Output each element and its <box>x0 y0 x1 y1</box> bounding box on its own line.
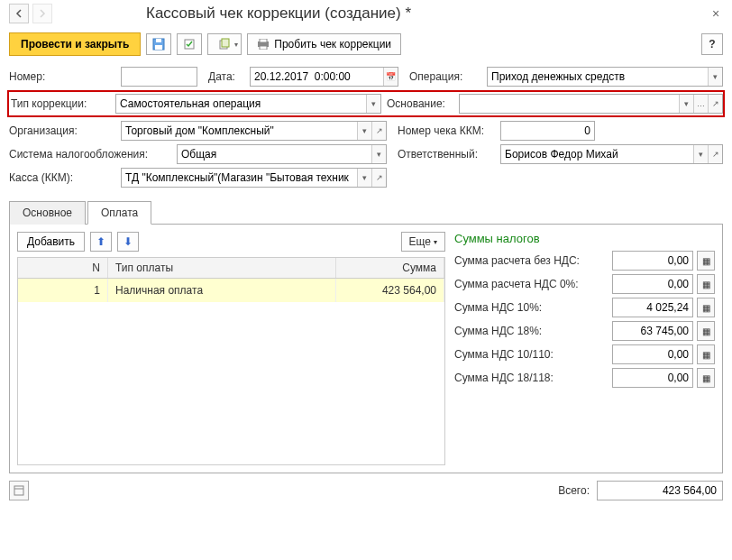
open-icon[interactable]: ↗ <box>371 122 386 140</box>
calculator-icon[interactable]: ▦ <box>697 251 715 271</box>
table-row[interactable]: 1 Наличная оплата 423 564,00 <box>18 279 444 302</box>
add-row-button[interactable]: Добавить <box>17 232 85 252</box>
basis-input[interactable] <box>460 97 679 110</box>
calculator-icon[interactable]: ▦ <box>697 298 715 317</box>
open-icon[interactable]: ↗ <box>708 145 722 163</box>
chevron-down-icon[interactable]: ▾ <box>679 95 693 113</box>
footer-button[interactable] <box>9 481 29 500</box>
chevron-down-icon[interactable]: ▾ <box>708 68 722 86</box>
tax-vat18-input[interactable] <box>612 321 693 341</box>
save-button[interactable] <box>146 33 171 55</box>
tax-vat10-110-input[interactable] <box>612 344 693 364</box>
nav-back-button[interactable] <box>9 4 29 23</box>
tax-vat10-110-label: Сумма НДС 10/110: <box>454 348 608 361</box>
move-up-button[interactable]: ⬆ <box>90 232 112 252</box>
correction-type-input[interactable] <box>116 97 366 110</box>
svg-rect-2 <box>155 45 162 50</box>
chevron-down-icon[interactable]: ▾ <box>371 145 386 163</box>
cell-type: Наличная оплата <box>108 279 336 302</box>
kkm-num-label: Номер чека ККМ: <box>398 124 495 137</box>
tax-vat18-label: Сумма НДС 18%: <box>454 325 608 337</box>
tax-no-vat-input[interactable] <box>612 251 693 271</box>
svg-rect-7 <box>260 39 267 42</box>
number-input[interactable] <box>121 67 197 87</box>
ellipsis-icon[interactable]: … <box>693 95 708 113</box>
correction-type-label: Тип коррекции: <box>9 97 115 110</box>
org-input[interactable] <box>122 124 357 137</box>
col-type[interactable]: Тип оплаты <box>108 258 336 278</box>
kassa-select[interactable]: ▾ ↗ <box>121 168 387 188</box>
tax-vat18-118-input[interactable] <box>612 368 693 388</box>
svg-rect-1 <box>156 39 161 42</box>
chevron-down-icon[interactable]: ▾ <box>366 95 380 113</box>
tax-system-select[interactable]: ▾ <box>177 144 387 164</box>
operation-label: Операция: <box>409 70 481 83</box>
basis-select[interactable]: ▾ … ↗ <box>459 94 723 114</box>
grid-empty-area[interactable] <box>18 302 444 464</box>
tax-section-title: Суммы налогов <box>454 232 715 245</box>
svg-rect-5 <box>222 39 229 47</box>
nav-forward-button <box>32 4 52 23</box>
org-select[interactable]: ▾ ↗ <box>121 121 387 141</box>
operation-select[interactable]: ▾ <box>487 67 723 87</box>
chevron-down-icon[interactable]: ▾ <box>357 122 371 140</box>
responsible-label: Ответственный: <box>398 148 495 161</box>
tax-system-input[interactable] <box>178 148 371 161</box>
kassa-input[interactable] <box>122 171 357 184</box>
more-button[interactable]: Еще▾ <box>401 232 445 252</box>
payment-grid: N Тип оплаты Сумма 1 Наличная оплата 423… <box>17 257 445 465</box>
total-label: Всего: <box>558 484 590 497</box>
tax-vat0-label: Сумма расчета НДС 0%: <box>454 278 608 290</box>
total-input <box>597 481 723 500</box>
post-and-close-button[interactable]: Провести и закрыть <box>9 32 141 56</box>
calculator-icon[interactable]: ▦ <box>697 368 715 388</box>
number-label: Номер: <box>9 70 115 83</box>
create-based-on-button[interactable] <box>207 33 242 55</box>
tax-vat0-input[interactable] <box>612 274 693 294</box>
tax-vat10-input[interactable] <box>612 298 693 317</box>
post-button[interactable] <box>177 33 202 55</box>
correction-type-select[interactable]: ▾ <box>115 94 381 114</box>
tax-system-label: Система налогообложения: <box>9 148 171 161</box>
basis-label: Основание: <box>387 97 459 110</box>
responsible-select[interactable]: ▾ ↗ <box>500 144 723 164</box>
date-input-group[interactable]: 📅 <box>250 67 398 87</box>
page-title: Кассовый чек коррекции (создание) * <box>146 5 705 23</box>
cell-n: 1 <box>18 279 108 302</box>
help-button[interactable]: ? <box>701 33 723 55</box>
svg-rect-8 <box>260 46 267 50</box>
chevron-down-icon[interactable]: ▾ <box>693 145 708 163</box>
date-label: Дата: <box>208 70 244 83</box>
calculator-icon[interactable]: ▦ <box>697 274 715 294</box>
calculator-icon[interactable]: ▦ <box>697 344 715 364</box>
move-down-button[interactable]: ⬇ <box>117 232 139 252</box>
close-icon[interactable]: × <box>709 6 723 21</box>
org-label: Организация: <box>9 124 115 137</box>
svg-rect-9 <box>14 486 23 495</box>
open-icon[interactable]: ↗ <box>708 95 722 113</box>
operation-input[interactable] <box>488 70 708 83</box>
kassa-label: Касса (ККМ): <box>9 171 115 184</box>
print-correction-check-button[interactable]: Пробить чек коррекции <box>247 33 401 55</box>
tab-payment[interactable]: Оплата <box>87 201 151 225</box>
tab-main[interactable]: Основное <box>9 201 86 225</box>
tax-vat18-118-label: Сумма НДС 18/118: <box>454 372 608 384</box>
tax-no-vat-label: Сумма расчета без НДС: <box>454 254 608 267</box>
col-n[interactable]: N <box>18 258 108 278</box>
chevron-down-icon[interactable]: ▾ <box>357 169 371 187</box>
responsible-input[interactable] <box>501 148 693 161</box>
calculator-icon[interactable]: ▦ <box>697 321 715 341</box>
open-icon[interactable]: ↗ <box>371 169 386 187</box>
cell-sum: 423 564,00 <box>336 279 444 302</box>
col-sum[interactable]: Сумма <box>336 258 444 278</box>
calendar-icon[interactable]: 📅 <box>383 68 398 86</box>
kkm-num-input[interactable] <box>500 121 595 141</box>
tax-vat10-label: Сумма НДС 10%: <box>454 301 608 314</box>
date-input[interactable] <box>251 70 383 83</box>
